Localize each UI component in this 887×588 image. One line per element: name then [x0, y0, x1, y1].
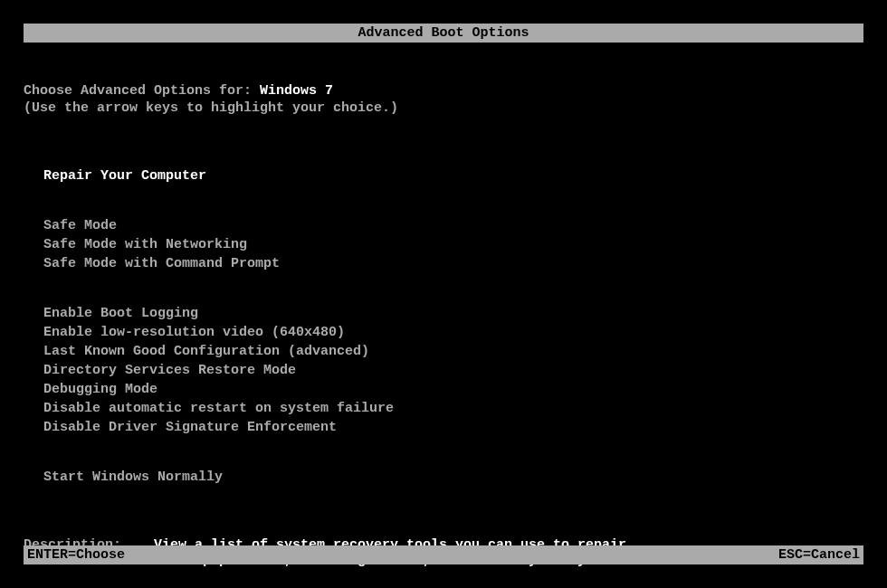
status-esc-cancel: ESC=Cancel — [778, 547, 860, 563]
menu-item-directory-services-restore[interactable]: Directory Services Restore Mode — [43, 363, 863, 378]
menu-item-low-res-video[interactable]: Enable low-resolution video (640x480) — [43, 325, 863, 340]
menu-item-disable-auto-restart[interactable]: Disable automatic restart on system fail… — [43, 401, 863, 416]
prompt-line: Choose Advanced Options for: Windows 7 — [24, 83, 863, 99]
menu-item-enable-boot-logging[interactable]: Enable Boot Logging — [43, 306, 863, 321]
main-content: Choose Advanced Options for: Windows 7 (… — [0, 83, 887, 568]
prompt-prefix: Choose Advanced Options for: — [24, 83, 260, 99]
title-bar: Advanced Boot Options — [24, 24, 863, 43]
menu-item-safe-mode[interactable]: Safe Mode — [43, 218, 863, 233]
status-bar: ENTER=Choose ESC=Cancel — [24, 545, 863, 564]
hint-line: (Use the arrow keys to highlight your ch… — [24, 100, 863, 116]
menu-item-disable-driver-signature[interactable]: Disable Driver Signature Enforcement — [43, 420, 863, 435]
group-divider — [43, 187, 863, 218]
status-enter-choose: ENTER=Choose — [27, 547, 125, 563]
menu-item-repair-your-computer[interactable]: Repair Your Computer — [43, 168, 863, 184]
menu-item-debugging-mode[interactable]: Debugging Mode — [43, 382, 863, 397]
menu-item-start-normally[interactable]: Start Windows Normally — [43, 469, 863, 485]
os-name: Windows 7 — [260, 83, 333, 99]
screen-title: Advanced Boot Options — [358, 25, 529, 41]
group-divider — [43, 275, 863, 306]
menu-item-safe-mode-command-prompt[interactable]: Safe Mode with Command Prompt — [43, 256, 863, 271]
menu-item-safe-mode-networking[interactable]: Safe Mode with Networking — [43, 237, 863, 252]
menu-item-last-known-good-config[interactable]: Last Known Good Configuration (advanced) — [43, 344, 863, 359]
group-divider — [43, 439, 863, 469]
menu-list: Repair Your Computer Safe Mode Safe Mode… — [43, 168, 863, 485]
